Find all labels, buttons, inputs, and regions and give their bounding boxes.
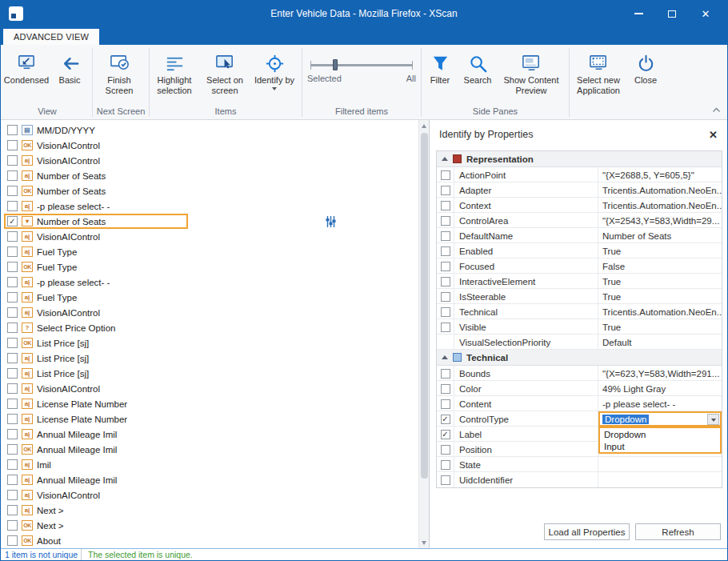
tree-item[interactable]: OKVisionAIControl	[1, 138, 418, 153]
property-checkbox[interactable]: ✓	[441, 430, 450, 439]
property-checkbox[interactable]: ✓	[441, 415, 450, 424]
combobox-option[interactable]: Dropdown	[600, 428, 720, 440]
tree-item-checkbox[interactable]	[7, 323, 18, 333]
property-checkbox[interactable]	[441, 460, 450, 470]
tree-item-checkbox[interactable]	[7, 201, 18, 211]
property-row[interactable]: ControlArea"{X=2543,Y=583,Width=29...	[437, 213, 722, 228]
scrollbar-thumb[interactable]	[421, 133, 428, 479]
scroll-down-button[interactable]	[419, 537, 429, 548]
property-row[interactable]: Content-p please select- -	[437, 396, 722, 411]
tree-item-checkbox[interactable]	[7, 399, 18, 409]
basic-button[interactable]: Basic	[50, 48, 89, 105]
finish-screen-button[interactable]: Finish Screen	[93, 48, 146, 105]
search-button[interactable]: Search	[458, 48, 497, 105]
property-checkbox[interactable]	[441, 201, 450, 210]
section-header-technical[interactable]: Technical	[437, 350, 722, 366]
property-row[interactable]: InteractiveElementTrue	[437, 274, 722, 289]
tree-item-checkbox[interactable]	[7, 535, 18, 546]
tree-item[interactable]: a|Annual Mileage Imil	[1, 472, 418, 487]
tree-item[interactable]: a|VisionAIControl	[1, 381, 418, 396]
property-row[interactable]: AdapterTricentis.Automation.NeoEn...	[437, 182, 722, 198]
maximize-button[interactable]	[655, 1, 689, 26]
tree-item[interactable]: a|Fuel Type	[1, 244, 418, 259]
section-header-representation[interactable]: Representation	[437, 151, 722, 167]
tree-item[interactable]: a|List Price [sj]	[1, 366, 418, 381]
tree-item[interactable]: OKAnnual Mileage Imil	[1, 442, 418, 457]
tree-item[interactable]: OKNumber of Seats	[1, 183, 418, 198]
tree-item[interactable]: a|License Plate Number	[1, 396, 418, 411]
tree-item[interactable]: a|Number of Seats	[1, 168, 418, 183]
tree-item[interactable]: OKAbout	[1, 533, 418, 548]
tree-item-checkbox[interactable]	[7, 459, 18, 470]
combobox-dropdown-button[interactable]	[707, 414, 719, 425]
property-checkbox[interactable]	[441, 307, 450, 317]
show-content-preview-button[interactable]: Show Content Preview	[497, 48, 566, 105]
property-row[interactable]: ContextTricentis.Automation.NeoEn...	[437, 198, 722, 213]
property-row[interactable]: State	[437, 457, 722, 472]
highlight-selection-button[interactable]: Highlight selection	[150, 48, 199, 105]
tree-item[interactable]: a|Fuel Type	[1, 290, 418, 305]
property-checkbox[interactable]	[441, 369, 450, 379]
combobox-option[interactable]: Input	[600, 440, 720, 452]
refresh-button[interactable]: Refresh	[635, 523, 721, 540]
close-xscan-button[interactable]: Close	[627, 48, 664, 105]
tree-item-checkbox[interactable]	[7, 292, 18, 303]
minimize-button[interactable]	[622, 1, 655, 26]
property-row[interactable]: VisibleTrue	[437, 319, 722, 335]
tree-item[interactable]: a|License Plate Number	[1, 411, 418, 427]
tree-item[interactable]: a|-p please select- -	[1, 274, 418, 290]
property-checkbox[interactable]	[441, 277, 450, 287]
property-checkbox[interactable]	[441, 292, 450, 302]
tree-item-checkbox[interactable]	[7, 262, 18, 272]
tree-item[interactable]: a|Next >	[1, 503, 418, 518]
condensed-button[interactable]: Condensed	[2, 48, 50, 105]
tree-item[interactable]: a|List Price [sj]	[1, 351, 418, 366]
tree-item-checkbox[interactable]	[7, 414, 18, 424]
property-row[interactable]: Bounds"{X=623,Y=583,Width=291...	[437, 366, 722, 381]
tree-item[interactable]: a|Annual Mileage Imil	[1, 427, 418, 442]
tree-item[interactable]: OKList Price [sj]	[1, 335, 418, 351]
property-checkbox[interactable]	[441, 445, 450, 455]
property-row[interactable]: FocusedFalse	[437, 258, 722, 274]
slider-handle[interactable]	[333, 59, 338, 70]
tree-item[interactable]: a|Imil	[1, 457, 418, 472]
property-checkbox[interactable]	[441, 475, 450, 485]
tree-item[interactable]: a|VisionAIControl	[1, 229, 418, 244]
tree-item[interactable]: ✓▾Number of Seats	[1, 214, 418, 229]
identify-by-button[interactable]: Identify by	[250, 48, 298, 105]
property-checkbox[interactable]	[441, 186, 450, 195]
tree-item-checkbox[interactable]	[7, 307, 18, 318]
scroll-up-button[interactable]	[419, 120, 429, 131]
load-all-properties-button[interactable]: Load all Properties	[544, 523, 630, 540]
filter-button[interactable]: Filter	[422, 48, 458, 105]
property-row[interactable]: DefaultNameNumber of Seats	[437, 228, 722, 243]
close-panel-button[interactable]: ✕	[709, 129, 718, 141]
tree-item-checkbox[interactable]	[7, 368, 18, 379]
tree-item-checkbox[interactable]	[7, 475, 18, 485]
property-row[interactable]: ✓ControlTypeDropdownDropdownInput	[437, 411, 722, 427]
tree-item-checkbox[interactable]	[7, 353, 18, 363]
tree-item[interactable]: a|VisionAIControl	[1, 487, 418, 503]
tree-item-checkbox[interactable]	[7, 231, 18, 242]
property-checkbox[interactable]	[441, 170, 450, 180]
tree-scrollbar[interactable]	[418, 120, 429, 548]
property-row[interactable]: ActionPoint"{X=2688,5, Y=605,5}"	[437, 167, 722, 182]
tree-item[interactable]: ?Select Price Option	[1, 320, 418, 335]
tree-item[interactable]: OKNext >	[1, 518, 418, 533]
property-checkbox[interactable]	[441, 231, 450, 241]
property-row[interactable]: VisualSelectionPriorityDefault	[437, 335, 722, 350]
tree-item-checkbox[interactable]	[7, 444, 18, 455]
tree-item-checkbox[interactable]	[7, 246, 18, 257]
select-new-application-button[interactable]: Select new Application	[570, 48, 627, 105]
property-checkbox[interactable]	[441, 384, 450, 394]
property-row[interactable]: IsSteerableTrue	[437, 289, 722, 304]
property-row[interactable]: UidcIdentifier	[437, 472, 722, 487]
property-checkbox[interactable]	[441, 216, 450, 226]
property-checkbox[interactable]	[441, 246, 450, 256]
property-checkbox[interactable]	[441, 399, 450, 409]
tree-item-checkbox[interactable]	[7, 338, 18, 348]
tree-item-checkbox[interactable]	[7, 490, 18, 500]
tree-item-checkbox[interactable]	[7, 170, 18, 181]
tree-item-checkbox[interactable]	[7, 277, 18, 287]
tree-item-checkbox[interactable]	[7, 186, 18, 196]
